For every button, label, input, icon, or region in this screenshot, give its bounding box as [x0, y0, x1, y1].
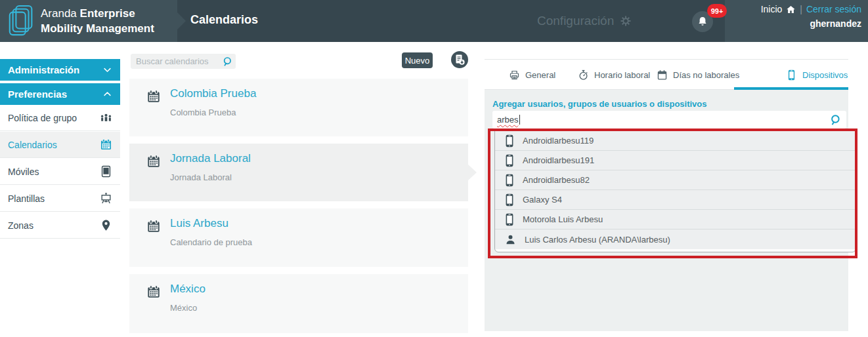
calendar-card-luis-arbesu[interactable]: Luis Arbesu Calendario de prueba — [129, 208, 468, 267]
calendar-search-input[interactable] — [131, 56, 222, 66]
calendar-card-title[interactable]: México — [170, 283, 206, 296]
sidebar-section-label: Administración — [8, 64, 79, 75]
smartphone-icon — [505, 174, 514, 187]
device-search-box[interactable]: arbes — [492, 111, 846, 129]
smartphone-icon — [505, 193, 514, 207]
result-label: Androidlarbesu191 — [523, 155, 594, 165]
result-row-luis-carlos-arbesu[interactable]: Luis Carlos Arbesu (ARANDA\larbesu) — [495, 229, 856, 249]
tab-dispositivos[interactable]: Dispositivos — [786, 60, 848, 90]
bell-icon — [697, 16, 708, 28]
smartphone-icon — [505, 154, 514, 167]
calendar-icon — [146, 89, 161, 104]
group-icon — [100, 111, 112, 124]
result-label: Luis Carlos Arbesu (ARANDA\larbesu) — [525, 235, 670, 245]
result-row-androidlarbesu82[interactable]: Androidlarbesu82 — [495, 170, 856, 190]
calendar-card-mexico[interactable]: México México — [129, 274, 468, 333]
notification-count-badge: 99+ — [707, 4, 727, 18]
sidebar-item-politica-de-grupo[interactable]: Política de grupo — [0, 105, 120, 131]
calendar-card-colombia-prueba[interactable]: Colombia Prueba Colombia Prueba — [129, 79, 468, 136]
calendar-blank-icon — [657, 69, 668, 81]
new-calendar-button[interactable]: Nuevo — [402, 52, 433, 68]
sidebar-section-label: Preferencias — [8, 89, 67, 100]
user-icon — [505, 234, 516, 245]
calendar-icon — [146, 154, 161, 168]
breadcrumb-arrow — [177, 12, 186, 30]
sidebar-item-label: Política de grupo — [8, 113, 77, 123]
logout-link[interactable]: Cerrar sesión — [806, 4, 861, 14]
export-report-icon — [450, 50, 469, 69]
sidebar-section-administracion[interactable]: Administración — [0, 59, 120, 81]
sidebar-item-moviles[interactable]: Móviles — [0, 159, 120, 185]
text-caret — [519, 115, 520, 125]
sidebar-item-zonas[interactable]: Zonas — [0, 212, 120, 239]
result-label: Galaxy S4 — [523, 195, 562, 205]
smartphone-icon — [505, 134, 514, 148]
printer-icon — [509, 69, 520, 81]
user-nav: Inicio | Cerrar sesión ghernandez — [761, 3, 861, 29]
tab-horario-laboral[interactable]: Horario laboral — [578, 60, 650, 90]
calendar-icon — [146, 219, 161, 233]
smartphone-icon — [505, 213, 514, 226]
smartphone-icon — [786, 69, 797, 81]
tab-label: Días no laborales — [673, 70, 739, 80]
search-icon[interactable] — [829, 114, 841, 126]
result-row-androidlarbesu191[interactable]: Androidlarbesu191 — [495, 151, 856, 170]
breadcrumb-bar: Calendarios Configuración 99+ — [177, 0, 725, 42]
calendar-card-title[interactable]: Colombia Prueba — [170, 87, 256, 100]
brand-title: Aranda Enterprise Mobility Management — [41, 6, 154, 36]
username: ghernandez — [761, 18, 861, 29]
breadcrumb: Calendarios — [190, 13, 258, 27]
chevron-up-icon — [102, 89, 112, 99]
home-link[interactable]: Inicio — [761, 4, 783, 14]
sidebar-item-label: Móviles — [8, 167, 39, 177]
detail-tabbar: General Horario laboral Días no laborale… — [485, 59, 848, 90]
device-search-value: arbes — [497, 115, 519, 125]
search-icon[interactable] — [222, 56, 232, 67]
calendar-card-jornada-laboral[interactable]: Jornada Laboral Jornada Laboral — [129, 144, 468, 201]
tab-label: General — [525, 70, 555, 80]
result-label: Androidlarbesu119 — [523, 136, 594, 146]
tablet-icon — [100, 165, 112, 178]
configuration-link[interactable]: Configuración — [537, 0, 632, 42]
easel-icon — [100, 192, 112, 205]
tab-label: Horario laboral — [594, 70, 650, 80]
device-results-dropdown: Androidlarbesu119 Androidlarbesu191 Andr… — [494, 130, 856, 252]
result-row-galaxy-s4[interactable]: Galaxy S4 — [495, 190, 856, 210]
calendar-card-subtitle: Calendario de prueba — [170, 237, 252, 247]
stopwatch-icon — [578, 69, 589, 81]
chevron-down-icon — [102, 65, 112, 75]
nav-separator: | — [800, 4, 802, 14]
add-devices-label: Agregar usuarios, grupos de usuarios o d… — [492, 99, 707, 109]
app-root: Aranda Enterprise Mobility Management Ca… — [0, 0, 868, 337]
brand-word-enterprise: Enterprise — [80, 7, 135, 20]
export-report-button[interactable] — [450, 50, 469, 69]
calendar-card-subtitle: Jornada Laboral — [170, 172, 232, 182]
result-label: Motorola Luis Arbesu — [523, 214, 603, 224]
sidebar-item-label: Zonas — [8, 220, 33, 231]
brand-word-aranda: Aranda — [41, 7, 77, 20]
result-row-motorola-luis-arbesu[interactable]: Motorola Luis Arbesu — [495, 210, 856, 229]
tab-general[interactable]: General — [509, 60, 555, 90]
top-header: Aranda Enterprise Mobility Management Ca… — [0, 0, 868, 42]
aranda-logo-icon — [7, 5, 37, 37]
calendar-search-box — [131, 54, 236, 69]
home-icon[interactable] — [786, 5, 796, 14]
calendar-icon — [146, 285, 161, 299]
brand-line-2: Mobility Management — [41, 21, 154, 36]
calendar-card-title[interactable]: Jornada Laboral — [170, 152, 251, 165]
calendar-card-title[interactable]: Luis Arbesu — [170, 217, 228, 230]
result-row-androidlarbesu119[interactable]: Androidlarbesu119 — [495, 131, 856, 151]
calendar-card-subtitle: México — [170, 303, 197, 313]
tab-dias-no-laborales[interactable]: Días no laborales — [657, 60, 739, 90]
configuration-label: Configuración — [537, 14, 614, 28]
calendar-card-subtitle: Colombia Prueba — [170, 108, 236, 117]
sidebar-item-plantillas[interactable]: Plantillas — [0, 186, 120, 212]
gear-icon — [620, 15, 632, 27]
sidebar-section-preferencias[interactable]: Preferencias — [0, 83, 120, 105]
calendar-icon — [100, 138, 112, 151]
tab-label: Dispositivos — [802, 70, 848, 80]
sidebar-item-calendarios[interactable]: Calendarios — [0, 132, 120, 158]
sidebar-item-label: Calendarios — [8, 140, 57, 150]
pin-icon — [100, 219, 112, 231]
result-label: Androidlarbesu82 — [523, 175, 590, 185]
